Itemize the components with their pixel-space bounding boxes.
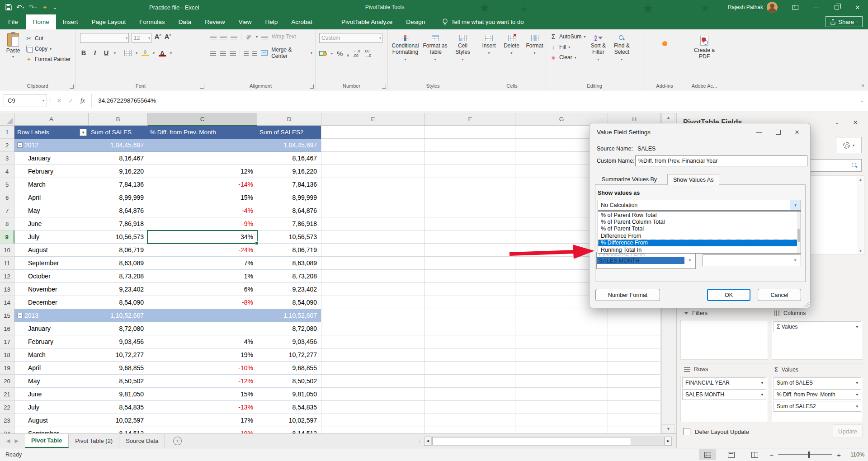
cell-sales2[interactable]: 7,86,918 (257, 217, 321, 230)
select-all-corner[interactable] (0, 113, 14, 126)
comma-style-button[interactable]: , (347, 49, 349, 57)
cell-sales[interactable]: 8,54,835 (89, 401, 148, 414)
zoom-out-icon[interactable]: − (769, 451, 774, 459)
cell-sales2[interactable]: 10,02,597 (257, 414, 321, 427)
collapse-icon[interactable] (17, 142, 23, 148)
base-item-select[interactable]: ▼ (703, 254, 801, 266)
row-header[interactable]: 8 (0, 217, 14, 230)
cell-diff[interactable]: -8% (148, 296, 257, 309)
row-header[interactable]: 11 (0, 257, 14, 270)
cell-sales[interactable]: 8,06,719 (89, 244, 148, 257)
cell-diff[interactable] (148, 309, 257, 322)
cell-sales2[interactable]: 8,99,999 (257, 191, 321, 204)
pivot-header-sales2[interactable]: Sum of SALES2 (257, 126, 321, 139)
cell-empty[interactable] (321, 296, 425, 309)
increase-decimal-icon[interactable]: ←.0.00 (353, 49, 360, 58)
scroll-down-icon[interactable]: ▼ (662, 424, 675, 433)
scroll-up-icon[interactable]: ▲ (857, 176, 864, 183)
show-values-as-select[interactable]: No Calculation ▾ (598, 200, 801, 211)
cell-sales[interactable]: 1,10,52,607 (89, 309, 148, 322)
new-sheet-icon[interactable]: + (173, 437, 182, 445)
cell-empty[interactable] (515, 427, 608, 433)
format-cells-button[interactable]: Format▾ (525, 32, 545, 56)
cell-sales2[interactable]: 1,04,45,697 (257, 139, 321, 152)
dropdown-option[interactable]: % Difference From (598, 240, 801, 246)
find-select-button[interactable]: Find & Select▾ (611, 32, 632, 63)
save-icon[interactable] (5, 4, 12, 10)
cell-sales[interactable]: 9,68,855 (89, 362, 148, 375)
sheet-tab[interactable]: Pivot Table (25, 434, 69, 448)
cell-sales2[interactable]: 9,16,220 (257, 165, 321, 178)
italic-button[interactable]: I (91, 49, 99, 57)
delete-cells-button[interactable]: Delete▾ (502, 32, 521, 56)
number-format-button[interactable]: Number Format (595, 289, 660, 301)
cell-diff[interactable]: 19% (148, 348, 257, 362)
cell-empty[interactable] (425, 191, 515, 204)
cell-row-label[interactable]: July (14, 401, 89, 414)
row-header[interactable]: 2 (0, 139, 14, 152)
chevron-down-icon[interactable]: ▼ (790, 255, 801, 266)
align-middle-icon[interactable] (220, 34, 227, 39)
cell-row-label[interactable]: July (14, 230, 89, 244)
formula-input[interactable]: 34.2672298765564% (94, 97, 156, 104)
cell-empty[interactable] (425, 165, 515, 178)
cell-empty[interactable] (608, 362, 660, 375)
row-header[interactable]: 19 (0, 362, 14, 375)
row-header[interactable]: 22 (0, 401, 14, 414)
cell-row-label[interactable]: April (14, 191, 89, 204)
cell-row-label[interactable]: April (14, 362, 89, 375)
row-header[interactable]: 16 (0, 322, 14, 335)
cell-sales[interactable]: 9,81,050 (89, 388, 148, 401)
autosum-button[interactable]: AutoSum▾ (550, 33, 585, 40)
cell-empty[interactable] (321, 270, 425, 283)
tab-show-values-as[interactable]: Show Values As (667, 174, 719, 185)
cell-diff[interactable]: 12% (148, 165, 257, 178)
custom-name-input[interactable] (635, 155, 807, 166)
row-header[interactable]: 12 (0, 270, 14, 283)
brush-icon[interactable] (41, 4, 48, 11)
cell-diff[interactable]: 17% (148, 414, 257, 427)
cell-diff[interactable]: 7% (148, 257, 257, 270)
cell-sales2[interactable]: 8,14,512 (257, 427, 321, 433)
cell-empty[interactable] (608, 427, 660, 433)
align-left-icon[interactable] (210, 51, 216, 56)
row-header[interactable]: 5 (0, 178, 14, 191)
cell-styles-button[interactable]: Cell Styles▾ (451, 32, 475, 63)
cell-empty[interactable] (425, 362, 515, 375)
tab-summarize-values-by[interactable]: Summarize Values By (596, 174, 662, 185)
pivot-header-diff[interactable]: % Diff. from Prev. Month (148, 126, 257, 139)
cell-empty[interactable] (425, 204, 515, 217)
cell-diff[interactable]: -10% (148, 362, 257, 375)
cell-empty[interactable] (425, 414, 515, 427)
row-header[interactable]: 21 (0, 388, 14, 401)
collapse-icon[interactable] (17, 313, 23, 318)
cell-row-label[interactable]: February (14, 335, 89, 348)
cell-diff[interactable]: 34% (148, 230, 257, 244)
ribbon-tab[interactable]: Help (258, 14, 284, 29)
cell-sales2[interactable]: 10,72,277 (257, 348, 321, 362)
dropdown-option[interactable]: Running Total In (598, 246, 801, 253)
borders-icon[interactable] (124, 50, 132, 56)
cell-diff[interactable]: -13% (148, 401, 257, 414)
column-header[interactable]: C (148, 113, 257, 126)
scroll-right-icon[interactable]: ▶ (665, 437, 672, 446)
cell-empty[interactable] (425, 375, 515, 388)
row-header[interactable]: 13 (0, 283, 14, 296)
values-area[interactable]: Sum of SALES% Diff. from Prev. MonthSum … (772, 376, 863, 422)
cell-empty[interactable] (321, 414, 425, 427)
fill-color-icon[interactable]: ◊ (142, 50, 149, 56)
pivot-header-row-labels[interactable]: Row Labels (14, 126, 89, 139)
bold-button[interactable]: B (80, 49, 87, 56)
copy-button[interactable]: Copy▾ (25, 45, 71, 52)
row-header[interactable]: 6 (0, 191, 14, 204)
horizontal-scrollbar[interactable]: ◀ ▶ (424, 434, 672, 448)
cell-sales2[interactable]: 8,72,080 (257, 322, 321, 335)
cell-sales2[interactable]: 7,84,136 (257, 178, 321, 191)
cell-empty[interactable] (321, 362, 425, 375)
dialog-launcher-icon[interactable] (310, 85, 314, 89)
cell-empty[interactable] (608, 375, 660, 388)
cell-empty[interactable] (321, 388, 425, 401)
sheet-nav-left-icon[interactable]: ◀ (6, 438, 10, 444)
dropdown-scrollbar[interactable] (797, 212, 801, 253)
field-chip[interactable]: FINANCIAL YEAR (682, 377, 766, 388)
